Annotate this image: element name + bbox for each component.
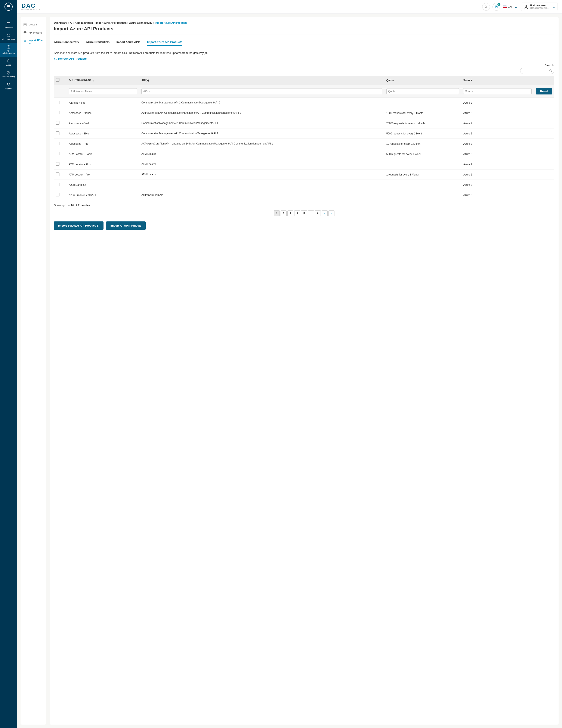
row-checkbox[interactable] <box>56 183 59 186</box>
table-row: AzureProductHealthAPI AzureCarePlan API … <box>54 190 554 200</box>
language-selector[interactable]: EN ⌄ <box>503 4 518 9</box>
page-2[interactable]: 2 <box>280 210 287 216</box>
table-row: ATM Locator - Pro ATM Locator 1 requests… <box>54 169 554 180</box>
tabs: Azure Connectivity Azure Credentials Imp… <box>54 39 554 46</box>
row-checkbox[interactable] <box>56 131 59 135</box>
page-5[interactable]: 5 <box>301 210 307 216</box>
svg-point-8 <box>525 5 527 7</box>
reset-button[interactable]: Reset <box>536 88 552 94</box>
rail-item-api-admin[interactable]: API Administration <box>0 43 17 57</box>
cell-quota: 1000 requests for every 1 Month <box>384 108 461 118</box>
row-checkbox[interactable] <box>56 152 59 155</box>
chevron-right-icon: › <box>94 21 94 24</box>
rail-item-dashboard[interactable]: Dashboard <box>0 19 17 31</box>
svg-point-2 <box>8 35 9 36</box>
cell-name: ATM Locator - Basic <box>67 149 139 159</box>
rail-item-support[interactable]: Support <box>0 80 17 92</box>
page-title: Import Azure API Products <box>54 26 554 32</box>
page-8[interactable]: 8 <box>315 210 321 216</box>
sidebar-item-import-apis[interactable]: Import APIs / ... <box>22 37 44 46</box>
main-content: Dashboard › API Administration › Import … <box>50 17 559 725</box>
filter-name-input[interactable] <box>69 88 137 94</box>
table-row: ATM Locator - Basic ATM Locator 500 requ… <box>54 149 554 159</box>
sidebar-item-api-products[interactable]: API API Products <box>22 29 44 37</box>
search-icon <box>549 69 552 73</box>
cell-name: ATM Locator - Pro <box>67 169 139 180</box>
cell-source: Azure 2 <box>461 169 534 180</box>
tab-import-apis[interactable]: Import Azure APIs <box>116 39 140 46</box>
search-icon <box>485 5 488 8</box>
row-checkbox[interactable] <box>56 162 59 166</box>
cell-source: Azure 2 <box>461 180 534 190</box>
cell-quota: 5000 requests for every 1 Month <box>384 128 461 139</box>
page-last[interactable]: » <box>329 210 335 216</box>
cell-name: Aerospace - Bronze <box>67 108 139 118</box>
svg-point-1 <box>7 34 10 37</box>
import-selected-button[interactable]: Import Selected API Product(S) <box>54 221 103 230</box>
row-checkbox[interactable] <box>56 172 59 176</box>
table-row: Aerospace - Silver CommunicationManageme… <box>54 128 554 139</box>
topbar: DAC DIGITAL APICRAFT 0 EN ⌄ Hi ekta umar… <box>17 0 562 14</box>
col-apis[interactable]: API(s) <box>139 76 384 85</box>
row-checkbox[interactable] <box>56 121 59 125</box>
page-4[interactable]: 4 <box>294 210 300 216</box>
select-all-checkbox[interactable] <box>56 78 59 82</box>
cell-source: Azure 2 <box>461 108 534 118</box>
hamburger-button[interactable] <box>4 3 13 11</box>
svg-rect-5 <box>7 60 10 62</box>
tab-connectivity[interactable]: Azure Connectivity <box>54 39 79 46</box>
page-3[interactable]: 3 <box>288 210 294 216</box>
user-menu[interactable]: Hi ekta umare ekta.u+pm@digita... ⌄ <box>521 3 558 11</box>
cell-source: Azure 2 <box>461 159 534 169</box>
col-name[interactable]: API Product Name▲▼ <box>67 76 139 85</box>
page-next[interactable]: › <box>322 210 328 216</box>
pagination: 12345...8 › » <box>54 210 554 216</box>
chevron-right-icon: › <box>153 21 154 24</box>
cell-source: Azure 2 <box>461 128 534 139</box>
cell-source: Azure 2 <box>461 98 534 108</box>
filter-quota-input[interactable] <box>387 88 459 94</box>
page-1[interactable]: 1 <box>274 210 280 216</box>
rail-item-community[interactable]: API Community <box>0 68 17 80</box>
notifications-button[interactable]: 0 <box>493 3 500 11</box>
search-button[interactable] <box>482 3 490 11</box>
page-ellipsis: ... <box>308 210 314 216</box>
cell-apis: ACP AzureCarePlan API - Updated on 24th … <box>139 139 384 149</box>
col-quota[interactable]: Quota <box>384 76 461 85</box>
rail-item-apps[interactable]: Apps <box>0 57 17 68</box>
row-checkbox[interactable] <box>56 142 59 145</box>
breadcrumb-item[interactable]: Dashboard <box>54 21 67 24</box>
cell-source: Azure 2 <box>461 149 534 159</box>
cell-quota <box>384 98 461 108</box>
row-checkbox[interactable] <box>56 111 59 114</box>
cell-apis: ATM Locator <box>139 169 384 180</box>
tab-credentials[interactable]: Azure Credentials <box>86 39 110 46</box>
filter-source-input[interactable] <box>463 88 531 94</box>
notification-badge: 0 <box>497 3 500 6</box>
row-checkbox[interactable] <box>56 193 59 196</box>
cell-apis: AzureCarePlan API CommunicationManagemen… <box>139 108 384 118</box>
breadcrumb-item[interactable]: API Administration <box>70 21 93 24</box>
rail-label: API Administration <box>1 50 16 55</box>
refresh-button[interactable]: Refresh API Products <box>54 57 554 60</box>
breadcrumb-item[interactable]: Azure Connectivity <box>129 21 152 24</box>
col-source[interactable]: Source <box>461 76 534 85</box>
svg-point-6 <box>485 6 487 7</box>
rail-label: Support <box>5 87 12 90</box>
table-row: ATM Locator - Plus ATM Locator Azure 2 <box>54 159 554 169</box>
user-greeting: Hi ekta umare <box>530 4 549 7</box>
sidebar-label: Import APIs / ... <box>29 39 44 44</box>
sidebar-item-content[interactable]: Content <box>22 21 44 29</box>
logo-text: DAC <box>21 3 40 9</box>
cell-quota <box>384 159 461 169</box>
table-row: AzureCareplan Azure 2 <box>54 180 554 190</box>
filter-apis-input[interactable] <box>141 88 382 94</box>
cell-name: ATM Locator - Plus <box>67 159 139 169</box>
cell-apis: AzureCarePlan API <box>139 190 384 200</box>
import-all-button[interactable]: Import All API Products <box>106 221 146 230</box>
rail-item-find-apis[interactable]: Find your APIs <box>0 31 17 43</box>
tab-import-products[interactable]: Import Azure API Products <box>147 39 182 46</box>
support-icon <box>6 82 11 87</box>
breadcrumb-item[interactable]: Import APIs/API Products <box>95 21 127 24</box>
row-checkbox[interactable] <box>56 101 59 104</box>
